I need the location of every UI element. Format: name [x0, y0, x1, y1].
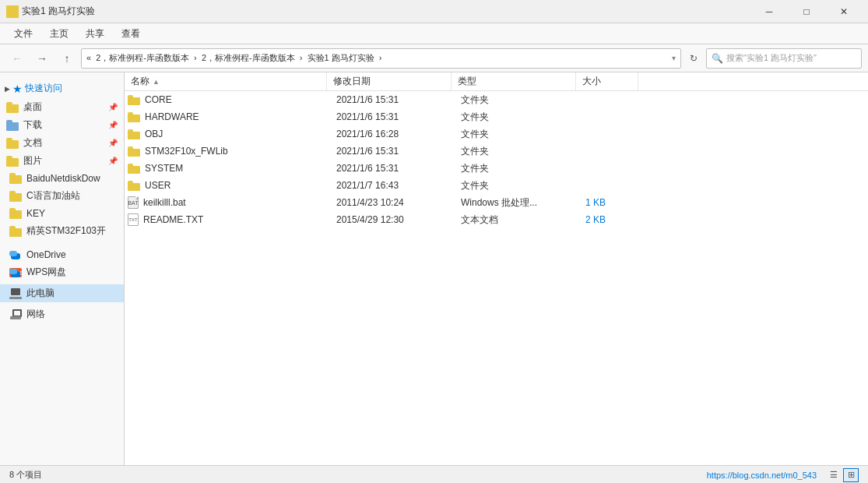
- search-icon: 🔍: [712, 53, 723, 64]
- menu-home[interactable]: 主页: [42, 24, 76, 44]
- file-type-cell: 文件夹: [461, 145, 585, 158]
- computer-icon: [9, 288, 22, 299]
- file-name-label: SYSTEM: [145, 163, 183, 174]
- col-date-label: 修改日期: [333, 75, 371, 88]
- folder-icon: [128, 112, 140, 122]
- menu-view[interactable]: 查看: [114, 24, 148, 44]
- table-row[interactable]: BAT keilkilll.bat 2011/4/23 10:24 Window…: [125, 194, 868, 211]
- sidebar-item-network[interactable]: 网络: [0, 305, 124, 323]
- sidebar-label-baidu: BaiduNetdiskDow: [26, 173, 100, 184]
- title-bar-left: 实验1 跑马灯实验: [6, 5, 751, 18]
- col-header-size[interactable]: 大小: [576, 72, 638, 90]
- pin-icon-downloads: 📌: [108, 121, 118, 129]
- title-bar: 实验1 跑马灯实验 ─ □ ✕: [0, 0, 868, 23]
- minimize-button[interactable]: ─: [751, 0, 787, 23]
- menu-bar: 文件 主页 共享 查看: [0, 23, 868, 44]
- file-type-cell: 文件夹: [461, 162, 585, 175]
- file-name-cell: SYSTEM: [128, 163, 336, 174]
- close-button[interactable]: ✕: [826, 0, 862, 23]
- file-name-cell: HARDWARE: [128, 111, 336, 122]
- file-name-cell: BAT keilkilll.bat: [128, 196, 336, 209]
- col-name-label: 名称: [131, 75, 149, 88]
- file-date-cell: 2021/1/6 15:31: [336, 163, 461, 174]
- col-header-name[interactable]: 名称 ▲: [125, 72, 327, 90]
- file-type-cell: 文件夹: [461, 128, 585, 141]
- file-date-cell: 2011/4/23 10:24: [336, 197, 461, 208]
- wps-icon: WPS: [9, 268, 22, 277]
- onedrive-icon: [9, 250, 22, 259]
- sidebar-item-stm32[interactable]: 精英STM32F103开: [0, 222, 124, 240]
- file-name-cell: STM32F10x_FWLib: [128, 146, 336, 157]
- search-placeholder: 搜索"实验1 跑马灯实验": [726, 52, 817, 64]
- file-date-cell: 2021/1/6 15:31: [336, 94, 461, 105]
- content-area: 名称 ▲ 修改日期 类型 大小 CORE 2021/1/6 15:31 文件夹 …: [125, 72, 868, 465]
- col-header-type[interactable]: 类型: [452, 72, 576, 90]
- sidebar-label-stm32: 精英STM32F103开: [26, 224, 106, 238]
- table-row[interactable]: USER 2021/1/7 16:43 文件夹: [125, 177, 868, 194]
- docs-folder-icon: [6, 138, 19, 149]
- file-name-label: keilkilll.bat: [143, 197, 186, 208]
- sidebar-item-this-computer[interactable]: 此电脑: [0, 284, 124, 302]
- sidebar-label-network: 网络: [26, 308, 45, 321]
- sidebar-label-documents: 文档: [23, 136, 42, 150]
- sidebar-label-wps: WPS网盘: [26, 266, 66, 279]
- sidebar-item-pictures[interactable]: 图片 📌: [0, 152, 124, 170]
- main-container: ▶ ★ 快速访问 桌面 📌 下载 📌 文档 📌 图片 📌 BaiduNetdis…: [0, 72, 868, 465]
- quick-access-header[interactable]: ▶ ★ 快速访问: [0, 79, 124, 98]
- file-date-cell: 2021/1/7 16:43: [336, 180, 461, 191]
- sidebar-item-downloads[interactable]: 下载 📌: [0, 116, 124, 134]
- back-button[interactable]: ←: [6, 48, 28, 69]
- pin-icon-desktop: 📌: [108, 103, 118, 111]
- download-folder-icon: [6, 120, 19, 131]
- sidebar-item-desktop[interactable]: 桌面 📌: [0, 98, 124, 116]
- file-type-cell: 文件夹: [461, 93, 585, 107]
- sidebar-label-this-computer: 此电脑: [26, 287, 54, 300]
- stm32-folder-icon: [9, 226, 22, 237]
- address-text: « 2，标准例程-库函数版本 › 2，标准例程-库函数版本 › 实验1 跑马灯实…: [86, 52, 669, 64]
- address-chevron-icon[interactable]: ▾: [672, 54, 676, 62]
- view-toggle: ☰ ⊞: [826, 468, 859, 482]
- refresh-button[interactable]: ↻: [684, 48, 703, 69]
- list-view-button[interactable]: ⊞: [843, 468, 859, 482]
- file-name-label: STM32F10x_FWLib: [145, 146, 228, 157]
- folder-icon: [128, 129, 140, 139]
- maximize-button[interactable]: □: [789, 0, 824, 23]
- address-bar[interactable]: « 2，标准例程-库函数版本 › 2，标准例程-库函数版本 › 实验1 跑马灯实…: [81, 48, 681, 69]
- details-view-button[interactable]: ☰: [826, 468, 842, 482]
- sidebar-item-onedrive[interactable]: OneDrive: [0, 246, 124, 263]
- file-date-cell: 2021/1/6 16:28: [336, 129, 461, 139]
- folder-icon: [128, 95, 140, 105]
- col-type-label: 类型: [458, 75, 476, 88]
- sidebar-label-onedrive: OneDrive: [26, 249, 66, 260]
- csdn-link[interactable]: https://blog.csdn.net/m0_543: [707, 471, 817, 480]
- sidebar-item-wps[interactable]: WPS WPS网盘: [0, 263, 124, 281]
- col-header-date[interactable]: 修改日期: [327, 72, 452, 90]
- menu-share[interactable]: 共享: [78, 24, 112, 44]
- file-name-cell: OBJ: [128, 129, 336, 139]
- table-row[interactable]: TXT README.TXT 2015/4/29 12:30 文本文档 2 KB: [125, 211, 868, 228]
- table-row[interactable]: HARDWARE 2021/1/6 15:31 文件夹: [125, 108, 868, 125]
- bat-file-icon: BAT: [128, 196, 139, 209]
- file-type-cell: 文本文档: [461, 213, 585, 227]
- search-bar[interactable]: 🔍 搜索"实验1 跑马灯实验": [706, 48, 862, 69]
- pin-icon-documents: 📌: [108, 139, 118, 147]
- sidebar: ▶ ★ 快速访问 桌面 📌 下载 📌 文档 📌 图片 📌 BaiduNetdis…: [0, 72, 125, 465]
- table-row[interactable]: OBJ 2021/1/6 16:28 文件夹: [125, 125, 868, 143]
- table-row[interactable]: STM32F10x_FWLib 2021/1/6 15:31 文件夹: [125, 143, 868, 160]
- forward-button[interactable]: →: [31, 48, 53, 69]
- sidebar-label-c-lang: C语言加油站: [26, 189, 80, 203]
- up-button[interactable]: ↑: [56, 48, 78, 69]
- table-row[interactable]: CORE 2021/1/6 15:31 文件夹: [125, 91, 868, 108]
- sidebar-item-baidu[interactable]: BaiduNetdiskDow: [0, 170, 124, 187]
- table-row[interactable]: SYSTEM 2021/1/6 15:31 文件夹: [125, 160, 868, 177]
- pics-folder-icon: [6, 156, 19, 167]
- sidebar-item-key[interactable]: KEY: [0, 205, 124, 222]
- sidebar-item-c-lang[interactable]: C语言加油站: [0, 187, 124, 205]
- file-size-cell: 1 KB: [585, 197, 648, 208]
- window-title: 实验1 跑马灯实验: [22, 5, 95, 18]
- sidebar-item-documents[interactable]: 文档 📌: [0, 134, 124, 152]
- folder-icon: [128, 146, 140, 157]
- menu-file[interactable]: 文件: [6, 24, 40, 44]
- file-name-label: CORE: [145, 94, 172, 105]
- title-controls: ─ □ ✕: [751, 0, 862, 23]
